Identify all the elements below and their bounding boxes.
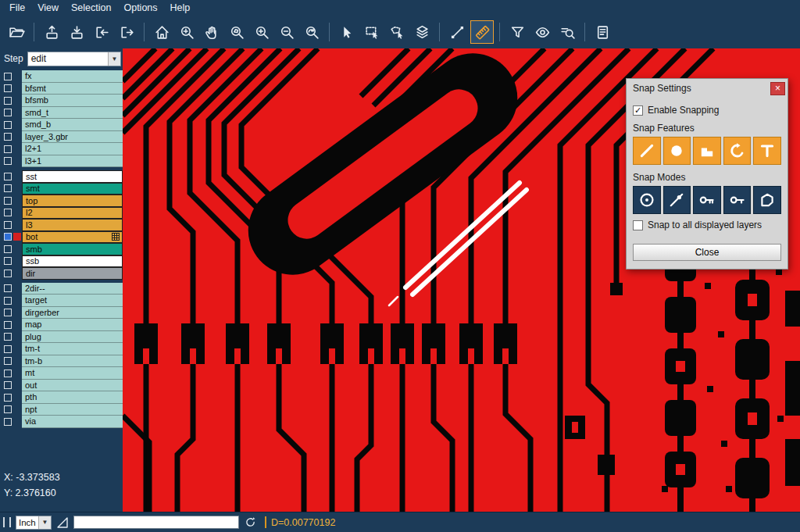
snap-feature-arc-button[interactable] — [723, 137, 752, 165]
layer-label[interactable]: via — [22, 416, 123, 428]
layer-label[interactable]: bfsmb — [22, 95, 123, 107]
layer-label[interactable]: tm-b — [22, 355, 123, 368]
layer-visibility-checkbox[interactable] — [4, 405, 12, 413]
layer-visibility-checkbox[interactable] — [4, 257, 12, 265]
toolbar-home-button[interactable] — [150, 20, 173, 44]
dialog-titlebar[interactable]: Snap Settings × — [627, 79, 788, 98]
layer-row-sst[interactable]: sst — [0, 170, 123, 183]
angle-corner-icon[interactable] — [56, 516, 69, 529]
layer-visibility-checkbox[interactable] — [4, 357, 12, 365]
snap-mode-outline-button[interactable] — [753, 186, 781, 214]
layer-row-target[interactable]: target — [0, 295, 123, 307]
layer-label[interactable]: map — [22, 319, 123, 331]
layer-row-2dir--[interactable]: 2dir-- — [0, 283, 123, 295]
snap-mode-key-slot-button[interactable] — [693, 186, 721, 214]
layer-row-smb[interactable]: smb — [0, 243, 123, 255]
toolbar-zoom-out-button[interactable] — [275, 20, 298, 44]
layer-visibility-checkbox[interactable] — [4, 73, 12, 80]
chevron-down-icon[interactable]: ▼ — [38, 516, 51, 529]
layer-row-dirgerber[interactable]: dirgerber — [0, 307, 123, 320]
layer-label[interactable]: bot — [22, 231, 123, 244]
layer-label[interactable]: npt — [22, 404, 123, 416]
checkbox-checked-icon[interactable]: ✓ — [633, 105, 643, 116]
layer-row-l3+1[interactable]: l3+1 — [0, 155, 123, 168]
toolbar-select-pointer-button[interactable] — [335, 20, 359, 44]
toolbar-pan-hand-button[interactable] — [200, 20, 223, 44]
toolbar-import-left-button[interactable] — [90, 20, 113, 44]
close-button[interactable]: Close — [633, 244, 781, 261]
toolbar-search-net-button[interactable] — [555, 20, 579, 44]
layer-label[interactable]: tm-t — [22, 343, 123, 355]
layer-visibility-checkbox[interactable] — [4, 284, 12, 292]
snap-all-layers-checkbox[interactable]: Snap to all displayed layers — [633, 220, 781, 230]
layer-row-layer_3.gbr[interactable]: layer_3.gbr — [0, 131, 123, 144]
layer-row-bot[interactable]: bot — [0, 231, 123, 244]
toolbar-board-load-top-button[interactable] — [40, 20, 63, 44]
layer-row-l2+1[interactable]: l2+1 — [0, 143, 123, 155]
layer-label[interactable]: plug — [22, 331, 123, 344]
toolbar-zoom-area-button[interactable] — [225, 20, 248, 44]
layer-label[interactable]: pth — [22, 391, 123, 404]
menu-file[interactable]: File — [3, 1, 31, 15]
toolbar-zoom-window-button[interactable] — [175, 20, 198, 44]
toolbar-view-eye-button[interactable] — [530, 20, 554, 44]
layer-visibility-checkbox[interactable] — [4, 297, 12, 305]
layer-row-npt[interactable]: npt — [0, 404, 123, 416]
layer-label[interactable]: l3 — [22, 219, 123, 231]
layer-label[interactable]: out — [22, 380, 123, 392]
snap-mode-key-button[interactable] — [723, 186, 752, 214]
chevron-down-icon[interactable]: ▼ — [108, 52, 120, 66]
layer-row-tm-b[interactable]: tm-b — [0, 355, 123, 368]
layer-row-top[interactable]: top — [0, 195, 123, 207]
layer-row-smd_b[interactable]: smd_b — [0, 119, 123, 131]
toolbar-zoom-in-button[interactable] — [250, 20, 273, 44]
snap-feature-text-button[interactable] — [753, 137, 781, 165]
layer-label[interactable]: smt — [22, 183, 123, 195]
layer-label[interactable]: mt — [22, 367, 123, 380]
step-dropdown[interactable]: edit ▼ — [27, 52, 121, 66]
layer-label[interactable]: sst — [22, 170, 123, 183]
layer-row-out[interactable]: out — [0, 380, 123, 392]
toolbar-select-rect-button[interactable] — [360, 20, 384, 44]
refresh-icon[interactable] — [244, 516, 257, 529]
layer-visibility-checkbox[interactable] — [4, 197, 12, 205]
toolbar-report-button[interactable] — [591, 20, 614, 44]
layer-visibility-checkbox[interactable] — [4, 345, 12, 353]
layer-row-map[interactable]: map — [0, 319, 123, 331]
layer-visibility-checkbox[interactable] — [4, 157, 12, 165]
layer-visibility-checkbox[interactable] — [4, 245, 12, 253]
layer-row-bfsmt[interactable]: bfsmt — [0, 83, 123, 95]
layer-row-plug[interactable]: plug — [0, 331, 123, 344]
layer-row-via[interactable]: via — [0, 416, 123, 428]
layer-visibility-checkbox[interactable] — [4, 84, 12, 92]
enable-snapping-checkbox[interactable]: ✓ Enable Snapping — [633, 105, 781, 116]
layer-visibility-checkbox[interactable] — [4, 173, 12, 180]
layer-row-smt[interactable]: smt — [0, 183, 123, 195]
layer-label[interactable]: dirgerber — [22, 307, 123, 320]
dialog-close-icon[interactable]: × — [770, 82, 785, 95]
layer-row-ssb[interactable]: ssb — [0, 255, 123, 268]
checkbox-unchecked-icon[interactable] — [633, 220, 643, 230]
layer-visibility-checkbox[interactable] — [4, 133, 12, 141]
toolbar-export-right-button[interactable] — [115, 20, 138, 44]
layer-visibility-checkbox[interactable] — [4, 333, 12, 341]
toolbar-open-folder-button[interactable] — [5, 20, 28, 44]
layer-visibility-checkbox[interactable] — [4, 221, 12, 229]
layer-visibility-checkbox[interactable] — [4, 121, 12, 129]
layer-visibility-checkbox[interactable] — [4, 97, 12, 105]
layer-visibility-checkbox[interactable] — [4, 321, 12, 329]
layer-visibility-checkbox[interactable] — [4, 145, 12, 153]
layer-visibility-checkbox[interactable] — [4, 381, 12, 389]
toolbar-select-poly-button[interactable] — [385, 20, 409, 44]
layer-row-smd_t[interactable]: smd_t — [0, 107, 123, 120]
layer-label[interactable]: layer_3.gbr — [22, 131, 123, 144]
layer-label[interactable]: l2+1 — [22, 143, 123, 155]
layer-visibility-checkbox[interactable] — [4, 209, 12, 216]
layer-visibility-checkbox[interactable] — [4, 394, 12, 402]
layer-label[interactable]: smb — [22, 243, 123, 255]
layer-label[interactable]: ssb — [22, 255, 123, 268]
layer-row-l3[interactable]: l3 — [0, 219, 123, 231]
layer-visibility-checkbox[interactable] — [4, 233, 12, 241]
layer-label[interactable]: 2dir-- — [22, 283, 123, 295]
snap-feature-line-button[interactable] — [633, 137, 661, 165]
